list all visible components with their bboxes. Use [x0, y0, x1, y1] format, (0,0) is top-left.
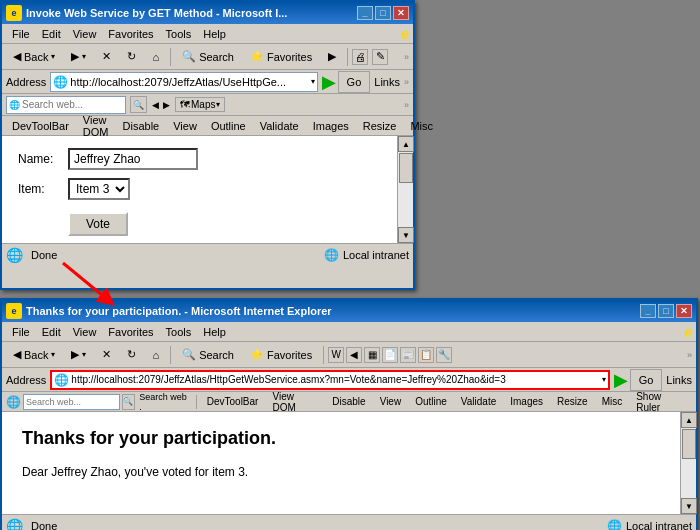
- menubar1: File Edit View Favorites Tools Help e: [2, 24, 413, 44]
- address1-expand[interactable]: »: [404, 77, 409, 87]
- scroll-thumb1[interactable]: [399, 153, 413, 183]
- stop-btn1[interactable]: ✕: [95, 46, 118, 68]
- go-btn2[interactable]: Go: [630, 369, 663, 391]
- search-field2[interactable]: [23, 394, 120, 410]
- devtool1-7[interactable]: Resize: [357, 119, 403, 133]
- favorites-btn2[interactable]: ⭐ Favorites: [243, 344, 319, 366]
- refresh-btn2[interactable]: ↻: [120, 344, 143, 366]
- go-btn1[interactable]: Go: [338, 71, 371, 93]
- scroll-up2[interactable]: ▲: [681, 412, 697, 428]
- address-value2[interactable]: http://localhost:2079/JeffzAtlas/HttpGet…: [71, 374, 599, 385]
- devtool2-7[interactable]: Resize: [551, 395, 594, 408]
- scroll-down1[interactable]: ▼: [398, 227, 414, 243]
- scroll-thumb2[interactable]: [682, 429, 696, 459]
- search-btn1[interactable]: 🔍 Search: [175, 46, 241, 68]
- minimize-btn2[interactable]: _: [640, 304, 656, 318]
- menu2-edit[interactable]: Edit: [36, 324, 67, 340]
- menu2-tools[interactable]: Tools: [160, 324, 198, 340]
- name-input[interactable]: [68, 148, 198, 170]
- devtool2-3[interactable]: View: [374, 395, 408, 408]
- links-label2[interactable]: Links: [666, 374, 692, 386]
- menu1-tools[interactable]: Tools: [160, 26, 198, 42]
- searchbar1-expand[interactable]: »: [404, 100, 409, 110]
- devtool1-1[interactable]: View DOM: [77, 113, 115, 139]
- search-next1[interactable]: ▶: [162, 99, 171, 111]
- back-btn2[interactable]: ◀ Back ▾: [6, 344, 62, 366]
- devtool1-0[interactable]: DevToolBar: [6, 119, 75, 133]
- favorites-btn1[interactable]: ⭐ Favorites: [243, 46, 319, 68]
- maximize-btn2[interactable]: □: [658, 304, 674, 318]
- tb2-icon3[interactable]: ▦: [364, 347, 380, 363]
- close-btn2[interactable]: ✕: [676, 304, 692, 318]
- menu1-view[interactable]: View: [67, 26, 103, 42]
- menu2-help[interactable]: Help: [197, 324, 232, 340]
- forward-btn2[interactable]: ▶ ▾: [64, 344, 93, 366]
- devtool1-3[interactable]: View: [167, 119, 203, 133]
- searchbar-field1[interactable]: 🌐: [6, 96, 126, 114]
- close-btn1[interactable]: ✕: [393, 6, 409, 20]
- devtool1-5[interactable]: Validate: [254, 119, 305, 133]
- address-field2[interactable]: 🌐 http://localhost:2079/JeffzAtlas/HttpG…: [50, 370, 609, 390]
- back-btn1[interactable]: ◀ Back ▾: [6, 46, 62, 68]
- toolbar1-expand[interactable]: »: [404, 52, 409, 62]
- links-label1[interactable]: Links: [374, 76, 400, 88]
- home-btn2[interactable]: ⌂: [145, 344, 166, 366]
- zone-text1: Local intranet: [343, 249, 409, 261]
- maps-btn1[interactable]: 🗺 Maps ▾: [175, 97, 225, 112]
- scrollbar1[interactable]: ▲ ▼: [397, 136, 413, 243]
- forward-btn1[interactable]: ▶ ▾: [64, 46, 93, 68]
- address-field1[interactable]: 🌐 http://localhost:2079/JeffzAtlas/UseHt…: [50, 72, 317, 92]
- tb2-icon2[interactable]: ◀: [346, 347, 362, 363]
- scroll-up1[interactable]: ▲: [398, 136, 414, 152]
- print-btn1[interactable]: 🖨: [352, 49, 368, 65]
- search-btn2[interactable]: 🔍 Search: [175, 344, 241, 366]
- devtool2-1[interactable]: View DOM: [266, 390, 324, 414]
- menu1-edit[interactable]: Edit: [36, 26, 67, 42]
- menu2-file[interactable]: File: [6, 324, 36, 340]
- tb2-icon4[interactable]: 📄: [382, 347, 398, 363]
- devtool2-2[interactable]: Disable: [326, 395, 371, 408]
- menu1-help[interactable]: Help: [197, 26, 232, 42]
- devtool2-8[interactable]: Misc: [596, 395, 629, 408]
- devtool1-4[interactable]: Outline: [205, 119, 252, 133]
- address-go-icon1[interactable]: ▶: [322, 71, 336, 93]
- devtool1-2[interactable]: Disable: [117, 119, 166, 133]
- address-dropdown1[interactable]: ▾: [311, 77, 315, 86]
- tb2-icon6[interactable]: 📋: [418, 347, 434, 363]
- search-go2[interactable]: 🔍: [122, 394, 136, 410]
- search-go-btn1[interactable]: 🔍: [130, 96, 147, 113]
- devtool2-5[interactable]: Validate: [455, 395, 502, 408]
- maximize-btn1[interactable]: □: [375, 6, 391, 20]
- content-area2: Thanks for your participation. Dear Jeff…: [2, 412, 696, 514]
- address-dropdown2[interactable]: ▾: [602, 375, 606, 384]
- address-go-icon2[interactable]: ▶: [614, 369, 628, 391]
- devtool2-0[interactable]: DevToolBar: [201, 395, 265, 408]
- media-btn1[interactable]: ▶: [321, 46, 343, 68]
- devtool2-4[interactable]: Outline: [409, 395, 453, 408]
- scroll-down2[interactable]: ▼: [681, 498, 697, 514]
- toolbar2-expand[interactable]: »: [687, 350, 692, 360]
- refresh-btn1[interactable]: ↻: [120, 46, 143, 68]
- edit-btn1[interactable]: ✎: [372, 49, 388, 65]
- menu1-favorites[interactable]: Favorites: [102, 26, 159, 42]
- home-btn1[interactable]: ⌂: [145, 46, 166, 68]
- tb2-icon5[interactable]: 📰: [400, 347, 416, 363]
- vote-button[interactable]: Vote: [68, 212, 128, 236]
- minimize-btn1[interactable]: _: [357, 6, 373, 20]
- address-value1[interactable]: http://localhost:2079/JeffzAtlas/UseHttp…: [70, 76, 308, 88]
- tb2-icon7[interactable]: 🔧: [436, 347, 452, 363]
- item-select[interactable]: Item 3: [68, 178, 130, 200]
- menu1-file[interactable]: File: [6, 26, 36, 42]
- devtool2-9[interactable]: Show Ruler: [630, 390, 692, 414]
- menu2-view[interactable]: View: [67, 324, 103, 340]
- devtool1-6[interactable]: Images: [307, 119, 355, 133]
- search-input1[interactable]: [22, 99, 102, 110]
- stop-btn2[interactable]: ✕: [95, 344, 118, 366]
- devtool1-8[interactable]: Misc: [404, 119, 439, 133]
- search-input2[interactable]: [26, 397, 106, 407]
- devtool2-6[interactable]: Images: [504, 395, 549, 408]
- scrollbar2[interactable]: ▲ ▼: [680, 412, 696, 514]
- search-prev1[interactable]: ◀: [151, 99, 160, 111]
- tb2-icon1[interactable]: W: [328, 347, 344, 363]
- menu2-favorites[interactable]: Favorites: [102, 324, 159, 340]
